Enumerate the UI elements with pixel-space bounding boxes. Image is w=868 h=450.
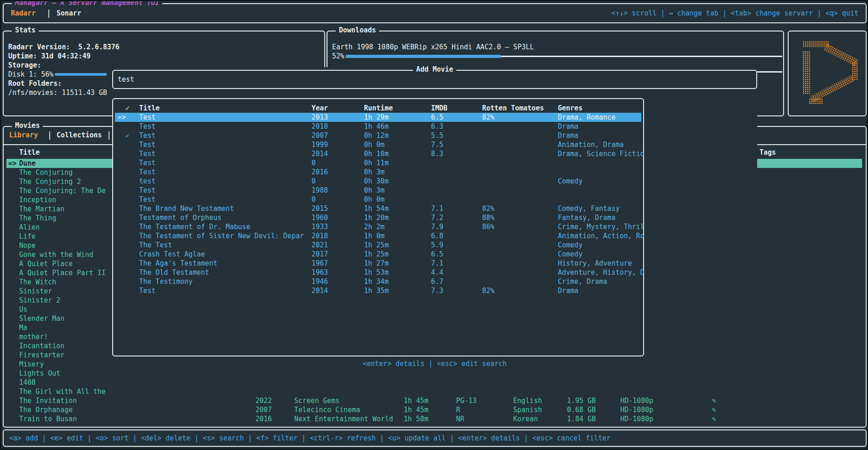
result-runtime: 1h 54m [364,204,389,213]
table-row[interactable]: The Invitation2022Screen Gems1h 45mPG-13… [6,396,862,405]
result-runtime: 1h 46m [364,122,389,131]
result-year: 2014 [312,149,328,158]
search-result-row[interactable]: The Test20211h 25m5.9Comedy [115,241,641,250]
movie-studio: Telecinco Cinema [294,405,360,414]
search-result-row[interactable]: Test19990h 0m7.5Animation, Drama [115,140,641,149]
column-year: Year [312,104,328,113]
result-title: The Old Testament [139,268,309,277]
column-genres: Genres [558,104,644,113]
movie-title: Nope [19,241,109,250]
result-runtime: 0h 30m [364,177,389,186]
search-result-row[interactable]: The Testament of Sister New Devil: Depar… [115,231,641,241]
stats-panel-title: Stats [12,26,39,34]
search-result-row[interactable]: The Aga's Testament19671h 27m7.1History,… [115,259,641,268]
result-title: Test [139,140,309,149]
movie-search-input[interactable] [118,72,752,87]
tab-sonarr[interactable]: Sonarr [57,9,81,18]
result-year: 2021 [312,241,328,250]
result-genres: Animation, Action, Romance [558,231,644,241]
result-imdb: 7.1 [431,259,443,268]
search-result-row[interactable]: Test00h 0m [115,195,641,204]
result-title: The Testament of Sister New Devil: Depar [139,231,309,241]
result-title: Test [139,158,309,167]
selection-marker: => [118,113,126,122]
search-result-row[interactable]: ✓Test20070h 12m5.5Drama [115,131,641,140]
result-title: Crash Test Aglae [139,250,309,259]
result-year: 2015 [312,204,328,213]
movie-title: The Martian [19,204,109,214]
result-imdb: 6.5 [431,250,443,259]
result-runtime: 1h 25m [364,241,389,250]
tab-library[interactable]: Library [9,131,38,140]
search-result-row[interactable]: Test20141h 35m7.382%Drama [115,286,641,295]
movie-runtime: 1h 45m [404,405,428,414]
result-year: 1960 [312,213,328,222]
result-genres: History, Adventure [558,259,644,268]
result-title: Test [139,167,309,177]
app-title: Managarr — A Servarr management TUI [12,0,162,7]
tab-radarr[interactable]: Radarr [11,9,36,18]
result-imdb: 6.3 [431,122,443,131]
add-movie-modal: Add Movie ✓ Title Year Runtime IMDB Rott… [112,67,757,395]
disk-usage-bar [55,73,107,76]
result-year: 2007 [312,131,328,140]
search-result-row[interactable]: Test20181h 46m6.3Drama [115,122,641,131]
movie-title: Sinister 2 [19,296,109,305]
table-row[interactable]: The Orphanage2007Telecinco Cinema1h 45mR… [6,405,862,414]
tag-pen-icon: ✎ [712,405,716,414]
search-result-row[interactable]: Test00h 11m [115,158,641,167]
movie-title: Gone with the Wind [19,250,109,259]
search-result-row[interactable]: Test20140h 10m8.3Drama, Science Fiction [115,149,641,158]
movie-title: The Conjuring 2 [19,177,109,186]
result-genres: Crime, Mystery, Thriller [558,222,644,231]
result-runtime: 0h 0m [364,140,385,149]
tab-collections[interactable]: Collections [57,131,102,140]
movie-quality: HD-1080p [620,396,653,405]
movie-runtime: 1h 45m [404,396,428,405]
result-genres: Drama [558,286,644,295]
checkmark-icon: ✓ [125,131,130,140]
result-runtime: 0h 0m [364,195,385,204]
result-title: Testament of Orpheus [139,213,309,222]
result-title: The Testament of Dr. Mabuse [139,222,309,231]
result-year: 1967 [312,259,328,268]
result-year: 1999 [312,140,328,149]
result-year: 0 [312,195,316,204]
movie-studio: Screen Gems [294,396,339,405]
search-result-row[interactable]: Testament of Orpheus19601h 20m7.288%Fant… [115,213,641,222]
column-imdb: IMDB [431,104,447,113]
download-progress-remainder [501,56,782,57]
result-runtime: 1h 34m [364,277,389,286]
result-genres: Fantasy, Drama [558,213,644,222]
header-row: Radarr Sonarr <↑↓> scroll | ↔ change tab… [4,9,866,19]
search-result-row[interactable]: test00h 30mComedy [115,177,641,186]
search-result-row[interactable]: The Old Testament19631h 53m4.4Adventure,… [115,268,641,277]
search-result-row[interactable]: =>Test20131h 29m6.582%Drama, Romance [115,113,641,122]
search-result-row[interactable]: The Brand New Testament20151h 54m7.182%C… [115,204,641,213]
result-year: 1988 [312,186,328,195]
result-runtime: 0h 3m [364,186,385,195]
search-result-row[interactable]: The Testament of Dr. Mabuse19332h 2m7.98… [115,222,641,231]
result-rotten-tomatoes: 88% [482,213,494,222]
search-result-row[interactable]: Test19880h 3m [115,186,641,195]
result-imdb: 8.3 [431,149,443,158]
search-result-row[interactable]: Crash Test Aglae20171h 25m6.5Comedy [115,250,641,259]
result-genres: Animation, Drama [558,140,644,149]
tag-pen-icon: ✎ [712,414,716,424]
result-title: Test [139,113,309,122]
result-title: Test [139,149,309,158]
table-row[interactable]: Train to Busan2016Next Entertainment Wor… [6,414,862,424]
downloads-panel-title: Downloads [336,26,379,34]
movie-runtime: 1h 58m [404,414,428,424]
search-result-row[interactable]: The Testimony19461h 34m6.7Crime, Drama [115,277,641,286]
movie-title: A Quiet Place [19,259,109,268]
search-result-row[interactable]: Test20160h 3m [115,167,641,177]
result-title: The Testimony [139,277,309,286]
result-runtime: 0h 11m [364,158,389,167]
storage-label: Storage: [8,61,41,70]
movie-size: 0.68 GB [567,405,596,414]
result-runtime: 0h 10m [364,149,389,158]
movie-title: The Conjuring [19,168,109,177]
radarr-logo [789,31,866,115]
header-keybind-help: <↑↓> scroll | ↔ change tab | <tab> chang… [611,9,858,18]
